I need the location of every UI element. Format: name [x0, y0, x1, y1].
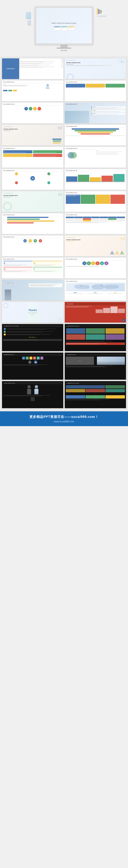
slide-tutorial-5[interactable]: 替换人物 Replace Models →	[2, 381, 63, 408]
avatar-body	[46, 87, 50, 89]
slide-21[interactable]: Click to edit Master title style	[2, 280, 63, 301]
slide-14-cards	[66, 195, 125, 204]
slide-6-right-content: Text Here Text Here Text Here	[92, 106, 125, 115]
slide-12-inner: Click to edit Master title style	[65, 169, 126, 184]
slide-tutorial-4[interactable]: 裁剪填充 Picture Fill Before →	[65, 352, 126, 380]
slide-4[interactable]: Click to edit Master title style	[65, 80, 126, 101]
slide-24-red[interactable]: TEMPLATE BRAND	[65, 302, 126, 323]
slide-6[interactable]: Click to edit Master title style Text He…	[65, 102, 126, 124]
slide-14-title: Click to edit Master title style	[66, 192, 125, 193]
deco-triangle-1	[60, 58, 63, 62]
slide-tutorial-6[interactable]: 编辑智图 Edit Smart Diagram ↕	[65, 381, 126, 408]
slide-19-title: Click to edit Master title style	[3, 259, 62, 260]
slides-row-12: Thanks Add Your Slogan Here www.example.…	[2, 302, 126, 323]
slide-18-section04[interactable]: Click to edit Master title style Section…	[65, 235, 126, 256]
slides-row-8: Click to edit Master title style Text Te…	[2, 213, 126, 234]
bottom-banner: 更多精品PPT资源尽在——sucai999.com！ www.sucai999.…	[0, 411, 128, 426]
slide-tutorial-4-inner: 裁剪填充 Picture Fill Before →	[65, 352, 126, 369]
tutorial-5-persons: →	[3, 385, 62, 394]
slide-9-cards: ● ● ● ●	[3, 150, 62, 157]
slide-13-title: Section Header Here	[3, 195, 62, 196]
slide-7-title: Section Header Here	[3, 128, 62, 130]
slide-11[interactable]: Click to edit Master title style ⚙	[2, 169, 63, 190]
slide-19-inner: Click to edit Master title style S W	[2, 258, 63, 274]
slide-11-diagram: ⚙	[3, 173, 62, 184]
slides-container: CONTENTS Click to edit Master title styl…	[0, 56, 128, 411]
slide-tutorial-2[interactable]: 素材替换 Quick Slides Design	[65, 324, 126, 351]
slide-14-inner: Click to edit Master title style	[65, 191, 126, 205]
slides-row-1: CONTENTS Click to edit Master title styl…	[2, 58, 126, 79]
slides-row-6: Click to edit Master title style ⚙ Click…	[2, 169, 126, 190]
photo-placeholder	[65, 111, 89, 123]
slide-22[interactable]: Click to edit Master title style	[65, 280, 126, 301]
slide-10-venn	[66, 151, 95, 161]
tutorial-2-grid	[66, 328, 125, 340]
slide-7-inner: Click to edit Master title style Section…	[2, 125, 63, 146]
slide-13-subtitle: Click to edit Master title style	[3, 193, 62, 193]
slide-17-inner: Click to edit Master title style ★ ♥ ⚑	[2, 236, 63, 245]
tutorial-6-after	[66, 395, 125, 399]
slide-9[interactable]: Click to edit Master title style ● ● ●	[2, 147, 63, 168]
deco-circle-03	[3, 202, 12, 211]
slide-13-section03[interactable]: Click to edit Master title style Section…	[2, 191, 63, 212]
slide-23-thanks[interactable]: Thanks Add Your Slogan Here www.example.…	[2, 302, 63, 323]
slide-10-title: Click to edit Master title style	[66, 148, 95, 149]
slide-5[interactable]: Click to edit Master title style	[2, 102, 63, 124]
slide-12-chart-labels	[66, 182, 125, 183]
slides-row-15: 替换人物 Replace Models →	[2, 381, 126, 408]
slide-2-title: Section Header Here	[66, 62, 125, 63]
slide-3-inner: Click to edit Master title style Text He…	[2, 81, 63, 92]
header-section: iSlide® PowerPoint standard template.	[0, 0, 128, 56]
slide-20[interactable]: Click to edit Master title style ⚙ ★ ♦ ●…	[65, 257, 126, 278]
thanks-slogan: Add Your Slogan Here	[28, 312, 37, 313]
slide-6-title: Click to edit Master title style	[66, 104, 125, 105]
slide-2-section01[interactable]: Click to edit Master title style Section…	[65, 58, 126, 79]
slide-14[interactable]: Click to edit Master title style	[65, 191, 126, 212]
slide-15[interactable]: Click to edit Master title style Text Te…	[2, 213, 63, 234]
slide-10-inner: Click to edit Master title style Text He…	[65, 147, 126, 162]
slide-13-inner: Click to edit Master title style Section…	[2, 191, 63, 212]
slide-tutorial-1[interactable]: 如何使用 How to Use This Template 1 2	[2, 324, 63, 351]
slide-2-subtitle: Click to edit Master title style	[66, 60, 125, 61]
slide-19-swot[interactable]: Click to edit Master title style S W	[2, 257, 63, 278]
slide-18-inner: Click to edit Master title style Section…	[65, 236, 126, 256]
slide-5-title: Click to edit Master title style	[3, 104, 62, 105]
slide-18-subtitle: Click to edit Master title style	[66, 237, 125, 238]
after-image	[97, 356, 125, 365]
slide-22-map	[66, 283, 125, 291]
slide-tutorial-3[interactable]: 图标替换 Replace Icons ☁ ♦ ★ ⚑ ⚙ ✦ ☁ → ☁	[2, 352, 63, 380]
slide-8[interactable]: Click to edit Master title style	[65, 125, 126, 146]
slide-12[interactable]: Click to edit Master title style	[65, 169, 126, 190]
tutorial-6-title: 编辑智图 Edit Smart Diagram	[68, 383, 79, 384]
slide-5-inner: Click to edit Master title style	[2, 103, 63, 113]
slide-10[interactable]: Click to edit Master title style Text He…	[65, 147, 126, 168]
slides-row-13: 如何使用 How to Use This Template 1 2	[2, 324, 126, 351]
slide-3-title: Click to edit Master title style	[3, 82, 62, 83]
slides-row-9: Click to edit Master title style ★ ♥ ⚑	[2, 235, 126, 256]
slide-16[interactable]: Click to edit Master title style M T W T…	[65, 213, 126, 234]
slide-3-content: Text Here	[3, 84, 62, 89]
monitor-title-text: iSlide® PowerPoint standard template.	[50, 21, 78, 25]
slide-3[interactable]: Click to edit Master title style Text He…	[2, 80, 63, 101]
slide-21-inner: Click to edit Master title style	[2, 280, 63, 301]
slide-7-subtitle: Click to edit Master title style	[3, 126, 62, 127]
slide-1-blue-bar: CONTENTS	[2, 58, 19, 79]
slide-20-hexagons: ⚙ ★ ♦ ● ▲ ✦	[66, 261, 125, 265]
slide-1-contents[interactable]: CONTENTS Click to edit Master title styl…	[2, 58, 63, 79]
deco-circle-sm-1	[119, 59, 122, 63]
slide-22-title: Click to edit Master title style	[66, 281, 125, 282]
tutorial-4-title: 裁剪填充 Picture Fill	[68, 354, 76, 355]
slides-row-7: Click to edit Master title style Section…	[2, 191, 126, 212]
slide-tutorial-6-inner: 编辑智图 Edit Smart Diagram ↕	[65, 381, 126, 401]
tutorial-1-title: 如何使用 How to Use This Template	[5, 326, 19, 327]
tutorial-1-steps: 1 2 3	[3, 328, 62, 338]
slide-21-title: Click to edit Master title style	[3, 282, 15, 284]
slide-2-inner: Click to edit Master title style Section…	[65, 58, 126, 79]
slide-17[interactable]: Click to edit Master title style ★ ♥ ⚑	[2, 235, 63, 256]
slide-16-calendar: M T W T F S S 1 2 3 4 5 6 7 8 9	[66, 217, 125, 221]
slides-row-5: Click to edit Master title style ● ● ●	[2, 147, 126, 168]
before-image: Before	[66, 356, 94, 365]
slide-7-section02[interactable]: Click to edit Master title style Section…	[2, 125, 63, 146]
tutorial-1-stars: ★ ★ ★ ★ ★	[4, 337, 62, 338]
tutorial-2-title: 素材替换 Quick Slides Design	[68, 326, 79, 327]
